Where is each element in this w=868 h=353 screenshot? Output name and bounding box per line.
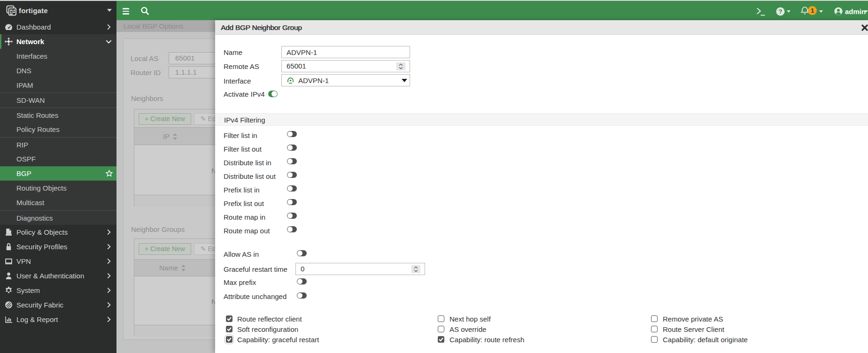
- svg-text:?: ?: [779, 8, 783, 15]
- svg-text:1: 1: [811, 7, 814, 14]
